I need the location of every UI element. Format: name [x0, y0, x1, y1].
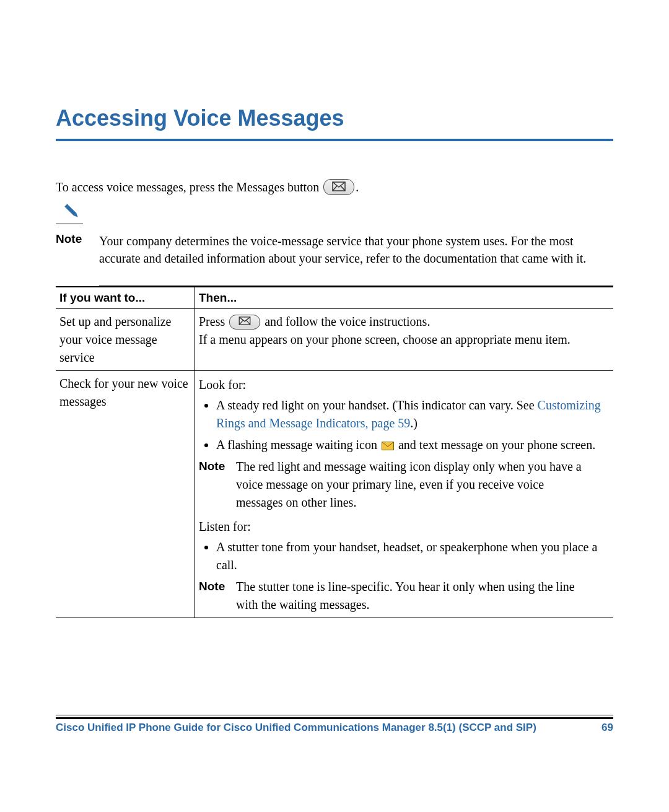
table-header-row: If you want to... Then...: [56, 287, 613, 309]
table-cell-then: Press and follow the voice instructions.…: [195, 309, 614, 371]
note-label: Note: [56, 232, 82, 246]
intro-paragraph: To access voice messages, press the Mess…: [56, 178, 613, 196]
lookfor-list: A steady red light on your handset. (Thi…: [199, 396, 608, 454]
list-item: A stutter tone from your handset, headse…: [216, 538, 608, 574]
intro-text-before: To access voice messages, press the Mess…: [56, 180, 322, 194]
table-header-then: Then...: [195, 287, 614, 309]
press-text-before: Press: [199, 315, 228, 328]
listenfor-label: Listen for:: [199, 518, 608, 536]
footer-rule-thick: [56, 717, 613, 719]
table-cell-want: Check for your new voice messages: [56, 371, 195, 618]
table-cell-then: Look for: A steady red light on your han…: [195, 371, 614, 618]
footer-title: Cisco Unified IP Phone Guide for Cisco U…: [56, 722, 536, 734]
inner-note: Note The red light and message waiting i…: [199, 458, 608, 512]
inner-note-label: Note: [199, 458, 233, 475]
bullet2-text-a: A flashing message waiting icon: [216, 438, 380, 452]
bullet2-text-b: and text message on your phone screen.: [398, 438, 595, 452]
note-rule-top: [56, 224, 83, 224]
row1-line2: If a menu appears on your phone screen, …: [199, 331, 608, 349]
footer-page-number: 69: [601, 722, 613, 734]
bullet1-text-a: A steady red light on your handset. (Thi…: [216, 398, 538, 412]
table-row: Set up and personalize your voice messag…: [56, 309, 613, 371]
inner-note-text: The red light and message waiting icon d…: [236, 458, 583, 512]
table-header-want: If you want to...: [56, 287, 195, 309]
inner-note-text: The stutter tone is line-specific. You h…: [236, 578, 583, 614]
listenfor-list: A stutter tone from your handset, headse…: [199, 538, 608, 574]
inner-note-label: Note: [199, 578, 233, 595]
list-item: A steady red light on your handset. (Thi…: [216, 396, 608, 432]
table-row: Check for your new voice messages Look f…: [56, 371, 613, 618]
table-cell-want: Set up and personalize your voice messag…: [56, 309, 195, 371]
footer-line: Cisco Unified IP Phone Guide for Cisco U…: [56, 722, 613, 734]
document-page: Accessing Voice Messages To access voice…: [0, 0, 669, 812]
list-item: A flashing message waiting icon and text…: [216, 436, 608, 454]
intro-text-after: .: [356, 180, 359, 194]
row1-line1: Press and follow the voice instructions.: [199, 313, 608, 331]
messages-button-icon: [323, 179, 354, 195]
inner-note: Note The stutter tone is line-specific. …: [199, 578, 608, 614]
press-text-after: and follow the voice instructions.: [265, 315, 430, 328]
title-rule: [56, 139, 613, 141]
instructions-table: If you want to... Then... Set up and per…: [56, 286, 613, 618]
note-text: Your company determines the voice-messag…: [99, 215, 613, 267]
page-footer: Cisco Unified IP Phone Guide for Cisco U…: [56, 715, 613, 734]
bullet1-text-b: .): [410, 416, 418, 430]
envelope-yellow-icon: [382, 442, 394, 450]
lookfor-label: Look for:: [199, 376, 608, 394]
note-block: Note Your company determines the voice-m…: [56, 215, 613, 267]
pencil-icon: [63, 203, 82, 224]
messages-button-icon: [229, 315, 260, 330]
svg-rect-1: [66, 206, 76, 216]
page-title: Accessing Voice Messages: [56, 105, 613, 131]
